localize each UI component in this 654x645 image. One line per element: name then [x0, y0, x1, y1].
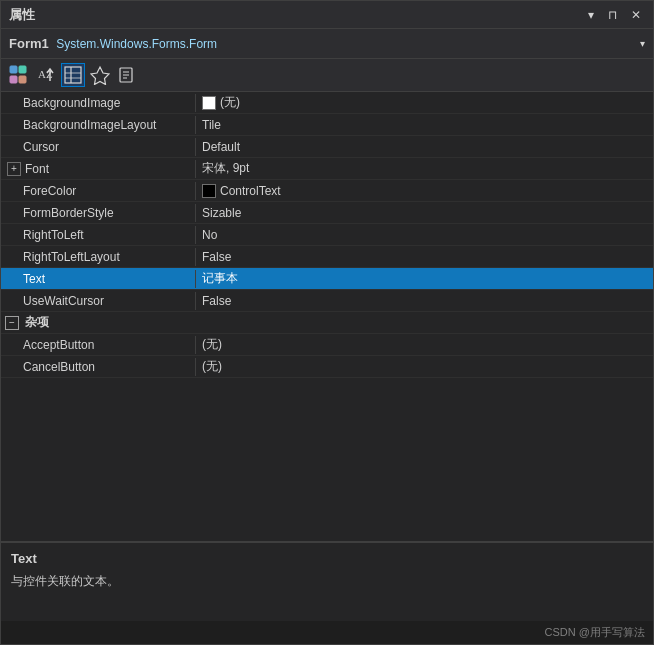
form-header: Form1 System.Windows.Forms.Form ▾	[1, 29, 653, 59]
title-bar: 属性 ▾ ⊓ ✕	[1, 1, 653, 29]
prop-value-forecolor: ControlText	[196, 182, 653, 200]
section-misc-expand-icon[interactable]: −	[5, 316, 19, 330]
events-icon	[90, 65, 110, 85]
prop-name-font: + Font	[1, 160, 196, 178]
panel-title: 属性	[9, 6, 35, 24]
watermark: CSDN @用手写算法	[1, 621, 653, 644]
close-button[interactable]: ✕	[627, 6, 645, 24]
prop-name-usewaitcursor: UseWaitCursor	[1, 292, 196, 310]
properties-panel: 属性 ▾ ⊓ ✕ Form1 System.Windows.Forms.Form…	[0, 0, 654, 645]
title-bar-right: ▾ ⊓ ✕	[584, 6, 645, 24]
prop-name-acceptbutton: AcceptButton	[1, 336, 196, 354]
alphabetical-button[interactable]: AZ	[34, 63, 58, 87]
categories-icon	[9, 65, 29, 85]
prop-row-backgroundimagelayout[interactable]: BackgroundImageLayout Tile	[1, 114, 653, 136]
prop-row-acceptbutton[interactable]: AcceptButton (无)	[1, 334, 653, 356]
prop-value-backgroundimagelayout: Tile	[196, 116, 653, 134]
prop-value-righttoleft: No	[196, 226, 653, 244]
svg-rect-0	[10, 66, 17, 73]
prop-value-backgroundimage: (无)	[196, 92, 653, 113]
svg-rect-1	[19, 66, 26, 73]
prop-name-formborderstyle: FormBorderStyle	[1, 204, 196, 222]
property-pages-button[interactable]	[115, 63, 139, 87]
form-dropdown-arrow[interactable]: ▾	[640, 38, 645, 49]
prop-row-formborderstyle[interactable]: FormBorderStyle Sizable	[1, 202, 653, 224]
prop-name-cancelbutton: CancelButton	[1, 358, 196, 376]
prop-value-formborderstyle: Sizable	[196, 204, 653, 222]
description-text: 与控件关联的文本。	[11, 572, 643, 590]
form-header-left: Form1 System.Windows.Forms.Form	[9, 36, 217, 51]
property-pages-icon	[117, 65, 137, 85]
prop-value-usewaitcursor: False	[196, 292, 653, 310]
prop-name-text: Text	[1, 270, 196, 288]
svg-marker-10	[91, 67, 109, 85]
svg-rect-6	[65, 67, 81, 83]
prop-name-righttoleftlayout: RightToLeftLayout	[1, 248, 196, 266]
section-misc[interactable]: − 杂项	[1, 312, 653, 334]
description-title: Text	[11, 551, 643, 566]
prop-value-font: 宋体, 9pt	[196, 158, 653, 179]
svg-rect-3	[19, 76, 26, 83]
font-expand-icon[interactable]: +	[7, 162, 21, 176]
prop-value-acceptbutton: (无)	[196, 334, 653, 355]
prop-row-text[interactable]: Text 记事本	[1, 268, 653, 290]
toolbar: AZ	[1, 59, 653, 92]
properties-view-icon	[63, 65, 83, 85]
prop-row-font[interactable]: + Font 宋体, 9pt	[1, 158, 653, 180]
property-grid[interactable]: BackgroundImage (无) BackgroundImageLayou…	[1, 92, 653, 541]
prop-name-backgroundimagelayout: BackgroundImageLayout	[1, 116, 196, 134]
prop-value-righttoleftlayout: False	[196, 248, 653, 266]
auto-hide-button[interactable]: ⊓	[604, 6, 621, 24]
description-area: Text 与控件关联的文本。	[1, 541, 653, 621]
prop-row-forecolor[interactable]: ForeColor ControlText	[1, 180, 653, 202]
svg-rect-2	[10, 76, 17, 83]
prop-name-forecolor: ForeColor	[1, 182, 196, 200]
prop-name-backgroundimage: BackgroundImage	[1, 94, 196, 112]
prop-row-backgroundimage[interactable]: BackgroundImage (无)	[1, 92, 653, 114]
form-name: Form1	[9, 36, 49, 51]
prop-name-cursor: Cursor	[1, 138, 196, 156]
prop-row-usewaitcursor[interactable]: UseWaitCursor False	[1, 290, 653, 312]
backgroundimage-swatch	[202, 96, 216, 110]
prop-row-cursor[interactable]: Cursor Default	[1, 136, 653, 158]
alphabetical-icon: AZ	[36, 65, 56, 85]
form-type: System.Windows.Forms.Form	[56, 37, 217, 51]
forecolor-swatch	[202, 184, 216, 198]
pin-button[interactable]: ▾	[584, 6, 598, 24]
property-grid-container: BackgroundImage (无) BackgroundImageLayou…	[1, 92, 653, 644]
prop-name-righttoleft: RightToLeft	[1, 226, 196, 244]
prop-value-cancelbutton: (无)	[196, 356, 653, 377]
properties-view-button[interactable]	[61, 63, 85, 87]
section-misc-label: 杂项	[19, 314, 49, 331]
prop-value-text: 记事本	[196, 268, 653, 289]
watermark-text: CSDN @用手写算法	[545, 626, 645, 638]
prop-row-cancelbutton[interactable]: CancelButton (无)	[1, 356, 653, 378]
prop-value-cursor: Default	[196, 138, 653, 156]
events-button[interactable]	[88, 63, 112, 87]
categories-button[interactable]	[7, 63, 31, 87]
prop-row-righttoleft[interactable]: RightToLeft No	[1, 224, 653, 246]
title-bar-left: 属性	[9, 6, 35, 24]
prop-row-righttoleftlayout[interactable]: RightToLeftLayout False	[1, 246, 653, 268]
